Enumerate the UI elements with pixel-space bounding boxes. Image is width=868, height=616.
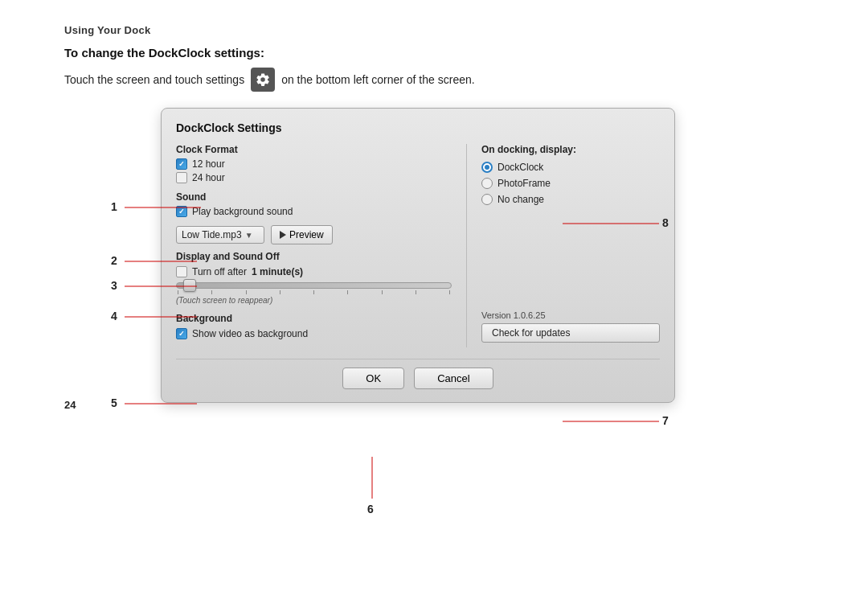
- display-sound-off-group: Display and Sound Off Turn off after 1 m…: [176, 251, 452, 305]
- radio-no-change-row[interactable]: No change: [481, 194, 660, 205]
- dialog-title: DockClock Settings: [176, 121, 660, 134]
- clock-24h-row[interactable]: 24 hour: [176, 172, 452, 183]
- radio-photoframe-row[interactable]: PhotoFrame: [481, 178, 660, 189]
- clock-format-label: Clock Format: [176, 144, 452, 155]
- clock-12h-label: 12 hour: [192, 158, 225, 170]
- check-updates-button[interactable]: Check for updates: [481, 323, 660, 343]
- show-video-row[interactable]: Show video as background: [176, 328, 452, 339]
- ok-button[interactable]: OK: [342, 368, 404, 389]
- radio-photoframe[interactable]: [481, 178, 493, 189]
- background-label: Background: [176, 313, 452, 324]
- radio-dockclock-row[interactable]: DockClock: [481, 162, 660, 173]
- radio-dockclock-label: DockClock: [497, 162, 543, 173]
- intro-line: Touch the screen and touch settings on t…: [64, 68, 804, 92]
- clock-24h-label: 24 hour: [192, 172, 225, 183]
- slider-thumb[interactable]: [183, 279, 196, 292]
- dropdown-arrow-icon: ▼: [245, 231, 253, 240]
- right-panel-bottom: Version 1.0.6.25 Check for updates: [481, 210, 660, 347]
- section-title: Using Your Dock: [64, 24, 804, 36]
- tick-5: [313, 290, 314, 294]
- page-number: 24: [64, 399, 76, 411]
- clock-12h-checkbox[interactable]: [176, 158, 187, 170]
- tick-6: [347, 290, 348, 294]
- turn-off-checkbox[interactable]: [176, 266, 187, 277]
- intro-text-before: Touch the screen and touch settings: [64, 73, 244, 86]
- preview-label: Preview: [289, 229, 324, 240]
- clock-format-group: Clock Format 12 hour 24 hour: [176, 144, 452, 183]
- dialog-body: Clock Format 12 hour 24 hour Sound: [176, 144, 660, 347]
- preview-button[interactable]: Preview: [271, 225, 333, 244]
- radio-no-change-label: No change: [497, 194, 544, 205]
- turn-off-row: Turn off after 1 minute(s): [176, 266, 452, 277]
- slider-container: (Touch screen to reappear): [176, 282, 452, 305]
- show-video-checkbox[interactable]: [176, 328, 187, 339]
- radio-no-change[interactable]: [481, 194, 493, 205]
- gear-icon: [251, 68, 275, 92]
- play-icon: [280, 231, 286, 239]
- cancel-button[interactable]: Cancel: [414, 368, 493, 389]
- clock-24h-checkbox[interactable]: [176, 172, 187, 183]
- radio-dockclock[interactable]: [481, 162, 493, 173]
- play-bg-sound-row[interactable]: Play background sound: [176, 206, 452, 217]
- intro-after-text: on the bottom left corner of the screen.: [281, 73, 474, 86]
- turn-off-text-before: Turn off after: [192, 266, 247, 277]
- sound-file-dropdown[interactable]: Low Tide.mp3 ▼: [176, 226, 264, 244]
- sound-file-name: Low Tide.mp3: [182, 229, 242, 240]
- right-panel: On docking, display: DockClock PhotoFram…: [467, 144, 660, 347]
- show-video-label: Show video as background: [192, 328, 308, 339]
- sound-group: Sound Play background sound: [176, 191, 452, 217]
- dialog-footer: OK Cancel: [176, 359, 660, 389]
- slider-ticks: [176, 290, 452, 294]
- play-bg-sound-label: Play background sound: [192, 206, 293, 217]
- tick-8: [416, 290, 416, 294]
- left-panel: Clock Format 12 hour 24 hour Sound: [176, 144, 467, 347]
- slider-track[interactable]: [176, 282, 452, 289]
- background-group: Background Show video as background: [176, 313, 452, 339]
- version-text: Version 1.0.6.25: [481, 310, 660, 320]
- tick-1: [178, 290, 178, 294]
- slider-hint-text: (Touch screen to reappear): [176, 296, 452, 305]
- tick-3: [246, 290, 247, 294]
- tick-7: [382, 290, 383, 294]
- tick-2: [211, 290, 212, 294]
- clock-12h-row[interactable]: 12 hour: [176, 158, 452, 170]
- display-sound-off-label: Display and Sound Off: [176, 251, 452, 262]
- sound-file-row: Low Tide.mp3 ▼ Preview: [176, 225, 452, 244]
- svg-text:6: 6: [367, 503, 374, 515]
- sound-label: Sound: [176, 191, 452, 203]
- page-heading: To change the DockClock settings:: [64, 46, 804, 60]
- play-bg-sound-checkbox[interactable]: [176, 206, 187, 217]
- turn-off-duration: 1 minute(s): [252, 266, 303, 277]
- on-docking-label: On docking, display:: [481, 144, 660, 155]
- tick-9: [449, 290, 450, 294]
- tick-4: [280, 290, 280, 294]
- dockclock-settings-dialog: DockClock Settings Clock Format 12 hour …: [161, 108, 675, 403]
- radio-photoframe-label: PhotoFrame: [497, 178, 551, 189]
